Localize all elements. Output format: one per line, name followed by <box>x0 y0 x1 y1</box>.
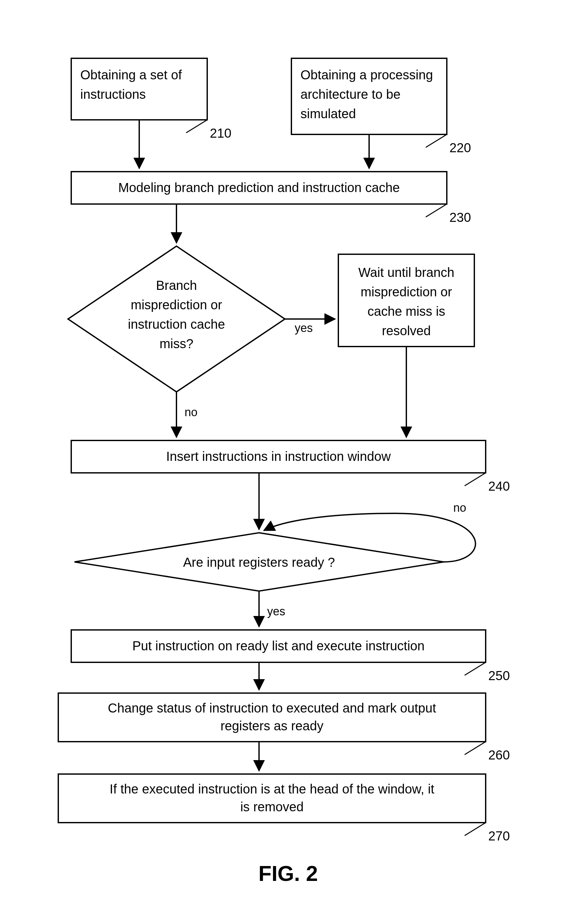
figure-label: FIG. 2 <box>258 862 318 886</box>
edge-d2-250-label: yes <box>267 605 285 618</box>
ref-label-270: 270 <box>488 829 510 843</box>
node-210-text-2: instructions <box>80 87 146 101</box>
node-d1-text-4: miss? <box>160 336 193 351</box>
node-220-text-1: Obtaining a processing <box>301 68 433 82</box>
node-260-text-2: registers as ready <box>221 719 323 733</box>
node-d1-text-2: misprediction or <box>131 298 222 312</box>
node-260-text-1: Change status of instruction to executed… <box>108 701 436 715</box>
node-270 <box>58 774 486 823</box>
flowchart-figure: Obtaining a set of instructions 210 Obta… <box>0 0 576 924</box>
node-wait-text-4: resolved <box>382 323 430 338</box>
edge-d1-wait-label: yes <box>294 321 313 335</box>
node-270-text-1: If the executed instruction is at the he… <box>110 782 435 796</box>
ref-label-240: 240 <box>488 479 510 493</box>
node-270-text-2: is removed <box>240 800 304 814</box>
node-d1-text-3: instruction cache <box>128 317 225 331</box>
node-250-text: Put instruction on ready list and execut… <box>133 639 425 653</box>
edge-d2-self <box>264 513 476 562</box>
ref-tick-220 <box>426 135 447 147</box>
node-wait-text-3: cache miss is <box>368 304 445 319</box>
ref-label-250: 250 <box>488 668 510 683</box>
node-260 <box>58 693 486 741</box>
ref-label-260: 260 <box>488 748 510 762</box>
ref-tick-260 <box>465 741 486 754</box>
ref-tick-270 <box>465 823 486 836</box>
ref-tick-230 <box>426 204 447 217</box>
node-220-text-2: architecture to be <box>301 87 400 101</box>
node-d2-text: Are input registers ready ? <box>183 555 335 569</box>
edge-d1-240-label: no <box>184 405 197 419</box>
ref-tick-210 <box>186 120 207 133</box>
node-240-text: Insert instructions in instruction windo… <box>166 449 391 463</box>
ref-tick-250 <box>465 662 486 675</box>
ref-label-230: 230 <box>450 210 471 224</box>
ref-label-210: 210 <box>210 126 232 140</box>
node-d1-text-1: Branch <box>156 278 197 293</box>
node-230-text: Modeling branch prediction and instructi… <box>118 180 400 195</box>
node-wait-text-2: misprediction or <box>361 285 452 299</box>
edge-d2-self-label: no <box>453 501 466 514</box>
ref-label-220: 220 <box>450 141 471 155</box>
node-220-text-3: simulated <box>301 107 356 121</box>
ref-tick-240 <box>465 473 486 486</box>
node-210-text-1: Obtaining a set of <box>80 68 182 82</box>
node-wait-text-1: Wait until branch <box>358 265 454 280</box>
